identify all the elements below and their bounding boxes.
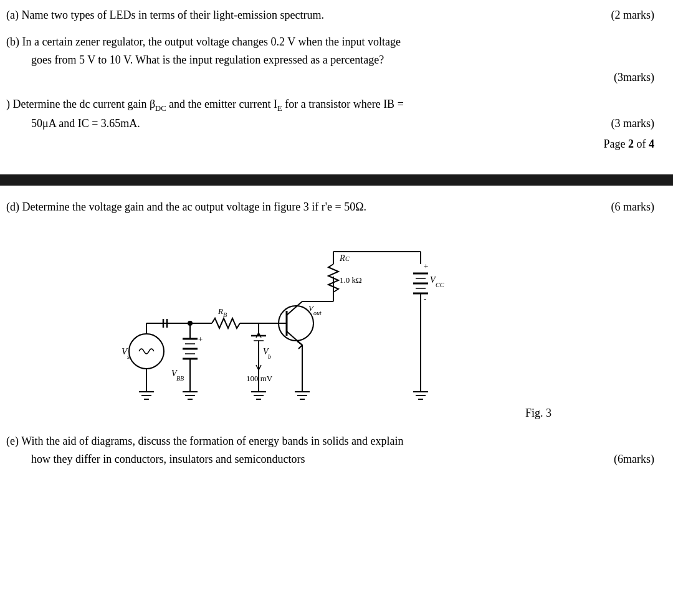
question-d: (d) Determine the voltage gain and the a… [6, 198, 654, 216]
question-c-marks: (3 marks) [611, 115, 654, 133]
question-e-marks: (6marks) [614, 450, 654, 468]
question-d-text: (d) Determine the voltage gain and the a… [6, 198, 599, 216]
question-c-text: ) Determine the dc current gain βDC and … [6, 95, 654, 115]
question-a: (a) Name two types of LEDs in terms of t… [6, 6, 654, 24]
question-c: ) Determine the dc current gain βDC and … [6, 95, 654, 153]
page-top-section: (a) Name two types of LEDs in terms of t… [0, 0, 673, 168]
question-b-line2: goes from 5 V to 10 V. What is the input… [6, 51, 654, 69]
question-b-label: (b) [6, 36, 19, 48]
svg-text:100 mV: 100 mV [246, 374, 273, 383]
svg-line-46 [287, 301, 302, 315]
question-b-text1: In a certain zener regulator, the output… [22, 36, 401, 48]
question-c-partial: ) Determine the dc current gain βDC and … [6, 98, 404, 110]
svg-text:+: + [424, 262, 428, 271]
svg-text:s: s [127, 353, 130, 360]
question-a-label: (a) [6, 9, 19, 21]
svg-point-0 [129, 334, 164, 369]
fig-3-label: Fig. 3 [525, 407, 551, 420]
question-e: (e) With the aid of diagrams, discuss th… [6, 432, 654, 468]
question-e-line1: (e) With the aid of diagrams, discuss th… [6, 432, 654, 450]
page-number: 2 [628, 138, 634, 150]
question-b-marks: (3marks) [6, 69, 654, 87]
page-indicator: Page 2 of 4 [6, 135, 654, 153]
question-a-body: Name two types of LEDs in terms of their… [21, 9, 323, 21]
svg-text:R: R [217, 306, 223, 316]
question-c-line2-row: 50μA and IC = 3.65mA. (3 marks) [6, 115, 654, 133]
question-d-marks: (6 marks) [611, 198, 654, 216]
page-total: 4 [649, 138, 654, 150]
page-divider [0, 174, 673, 186]
question-a-text: (a) Name two types of LEDs in terms of t… [6, 6, 599, 24]
svg-text:1.0 kΩ: 1.0 kΩ [340, 275, 362, 285]
question-d-line: (d) Determine the voltage gain and the a… [6, 198, 654, 216]
question-b-line1: (b) In a certain zener regulator, the ou… [6, 33, 654, 51]
svg-text:-: - [424, 294, 426, 303]
svg-text:CC: CC [436, 282, 444, 288]
circuit-diagram-container: V s + V BB [6, 227, 654, 426]
svg-text:C: C [345, 255, 350, 262]
svg-text:BB: BB [176, 375, 184, 382]
svg-text:out: out [313, 310, 322, 316]
question-c-line2: 50μA and IC = 3.65mA. [6, 115, 140, 133]
svg-text:b: b [268, 353, 271, 360]
question-e-line2-row: how they differ in conductors, insulator… [6, 450, 654, 468]
circuit-diagram: V s + V BB [109, 227, 514, 426]
svg-text:R: R [339, 254, 345, 263]
page-bottom-section: (d) Determine the voltage gain and the a… [0, 192, 673, 475]
question-c-line1: ) Determine the dc current gain βDC and … [6, 95, 654, 115]
question-e-line2: how they differ in conductors, insulator… [6, 450, 305, 468]
question-a-marks: (2 marks) [611, 6, 654, 24]
question-b: (b) In a certain zener regulator, the ou… [6, 33, 654, 87]
svg-text:+: + [198, 334, 203, 344]
svg-text:B: B [223, 311, 227, 318]
